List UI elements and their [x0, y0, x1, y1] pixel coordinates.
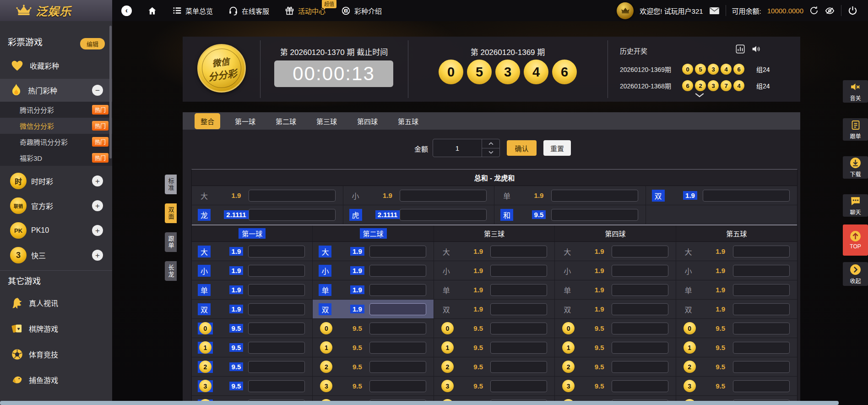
bet-amount-input[interactable] [490, 361, 547, 373]
ball-bet-cell[interactable]: 单1.9 [434, 280, 555, 300]
sidebar-item-真人视讯[interactable]: 真人视讯 [0, 290, 112, 316]
chevron-down-icon[interactable] [694, 93, 705, 98]
sidebar-item-腾讯分分彩[interactable]: 腾讯分分彩热门 [0, 102, 112, 118]
ball-bet-cell[interactable]: 单1.9 [676, 280, 797, 300]
toolbar-button-跟单[interactable]: 跟单 [843, 118, 868, 141]
sum-bet-cell[interactable]: 虎2.1111 [343, 205, 495, 224]
bet-amount-input[interactable] [733, 361, 790, 373]
sidebar-item-favorites[interactable]: 收藏彩种 [0, 52, 112, 79]
tab-第四球[interactable]: 第四球 [352, 114, 383, 129]
bet-amount-input[interactable] [490, 303, 547, 315]
ball-bet-cell[interactable]: 小1.9 [192, 261, 313, 280]
ball-bet-cell[interactable]: 09.5 [313, 319, 434, 338]
bet-amount-input[interactable] [369, 361, 426, 373]
bet-amount-input[interactable] [733, 323, 790, 334]
expand-plus-button[interactable]: + [92, 175, 103, 186]
ball-bet-cell[interactable]: 19.5 [192, 338, 313, 357]
bet-amount-input[interactable] [400, 190, 487, 202]
mail-icon[interactable] [709, 7, 720, 15]
bet-amount-input[interactable] [249, 190, 336, 202]
ball-bet-cell[interactable]: 单1.9 [192, 280, 313, 300]
mode-tab-标准[interactable]: 标准 [165, 175, 177, 194]
ball-bet-cell[interactable]: 19.5 [676, 338, 797, 357]
tab-第一球[interactable]: 第一球 [229, 114, 261, 129]
bet-amount-input[interactable] [490, 380, 547, 392]
bet-amount-input[interactable] [551, 190, 638, 202]
sidebar-item-福彩3D[interactable]: 福彩3D热门 [0, 150, 112, 166]
expand-plus-button[interactable]: + [92, 225, 103, 236]
ball-bet-cell[interactable]: 大1.9 [192, 242, 313, 261]
ball-bet-cell[interactable]: 29.5 [434, 357, 555, 377]
sidebar-category-时时彩[interactable]: 时时时彩+ [0, 169, 112, 193]
bet-amount-input[interactable] [612, 323, 668, 334]
bet-amount-input[interactable] [369, 380, 426, 392]
trend-chart-icon[interactable] [735, 44, 745, 54]
ball-bet-cell[interactable]: 双1.9 [434, 300, 555, 319]
sidebar-scrollbar[interactable] [109, 26, 112, 159]
bet-amount-input[interactable] [703, 190, 790, 202]
bet-amount-input[interactable] [248, 265, 305, 277]
bet-amount-input[interactable] [490, 246, 547, 257]
nav-item-lottery-intro[interactable]: 8彩种介绍 [341, 6, 382, 16]
ball-bet-cell[interactable]: 单1.9 [313, 280, 434, 300]
refresh-icon[interactable] [809, 6, 819, 15]
tab-第五球[interactable]: 第五球 [392, 114, 424, 129]
bet-amount-input[interactable] [612, 380, 668, 392]
column-header-第二球[interactable]: 第二球 [313, 225, 434, 242]
column-header-第五球[interactable]: 第五球 [676, 225, 797, 242]
ball-bet-cell[interactable]: 大1.9 [313, 242, 434, 261]
nav-item-menu-overview[interactable]: 菜单总览 [173, 6, 213, 16]
bet-amount-input[interactable] [369, 303, 426, 315]
ball-bet-cell[interactable]: 小1.9 [313, 261, 434, 280]
bet-amount-input[interactable] [490, 342, 547, 354]
confirm-button[interactable]: 确认 [507, 140, 537, 156]
bet-amount-input[interactable] [551, 209, 638, 221]
sidebar-item-棋牌游戏[interactable]: ♥棋牌游戏 [0, 316, 112, 341]
sum-bet-cell[interactable]: 小1.9 [343, 186, 495, 205]
toolbar-button-聊天[interactable]: 聊天 [843, 194, 868, 217]
ball-bet-cell[interactable]: 29.5 [676, 357, 797, 377]
ball-bet-cell[interactable]: 小1.9 [555, 261, 676, 280]
ball-bet-cell[interactable]: 大1.9 [434, 242, 555, 261]
bet-amount-input[interactable] [612, 284, 668, 296]
tab-第二球[interactable]: 第二球 [270, 114, 302, 129]
ball-bet-cell[interactable]: 双1.9 [313, 300, 434, 319]
sidebar-item-hot[interactable]: 热门彩种 − [0, 79, 112, 102]
nav-item-online-service[interactable]: 在线客服 [228, 6, 269, 16]
bet-amount-input[interactable] [248, 246, 305, 257]
sum-bet-cell[interactable]: 大1.9 [192, 186, 343, 205]
sound-icon[interactable] [751, 44, 761, 54]
bet-amount-input[interactable] [248, 303, 305, 315]
bet-amount-input[interactable] [369, 284, 426, 296]
mode-tab-长龙[interactable]: 长龙 [165, 261, 177, 281]
bet-amount-input[interactable] [400, 209, 487, 221]
edit-button[interactable]: 编辑 [80, 38, 105, 49]
expand-plus-button[interactable]: + [92, 200, 103, 211]
bet-amount-input[interactable] [248, 361, 305, 373]
column-header-第三球[interactable]: 第三球 [434, 225, 555, 242]
ball-bet-cell[interactable]: 双1.9 [676, 300, 797, 319]
ball-bet-cell[interactable]: 29.5 [192, 357, 313, 377]
mode-tab-跟单[interactable]: 跟单 [165, 232, 177, 252]
ball-bet-cell[interactable]: 小1.9 [676, 261, 797, 280]
bet-amount-input[interactable] [490, 284, 547, 296]
bet-amount-input[interactable] [248, 323, 305, 334]
power-icon[interactable] [847, 5, 863, 16]
sidebar-item-奇趣腾讯分分彩[interactable]: 奇趣腾讯分分彩热门 [0, 134, 112, 150]
nav-item-activity-center[interactable]: 活动中心超值 [285, 6, 326, 16]
bet-amount-input[interactable] [369, 265, 426, 277]
ball-bet-cell[interactable]: 09.5 [555, 319, 676, 338]
bet-amount-input[interactable] [733, 303, 790, 315]
ball-bet-cell[interactable]: 09.5 [434, 319, 555, 338]
ball-bet-cell[interactable]: 单1.9 [555, 280, 676, 300]
tab-整合[interactable]: 整合 [195, 113, 220, 129]
bet-amount-input[interactable] [612, 265, 668, 277]
ball-bet-cell[interactable]: 小1.9 [434, 261, 555, 280]
ball-bet-cell[interactable]: 39.5 [192, 377, 313, 396]
toolbar-button-收起[interactable]: 收起 [843, 262, 868, 286]
ball-bet-cell[interactable]: 39.5 [434, 377, 555, 396]
bet-amount-input[interactable] [369, 323, 426, 334]
sum-bet-cell[interactable]: 和9.5 [494, 205, 646, 224]
sidebar-category-PK10[interactable]: PKPK10+ [0, 218, 112, 243]
bet-amount-input[interactable] [248, 380, 305, 392]
